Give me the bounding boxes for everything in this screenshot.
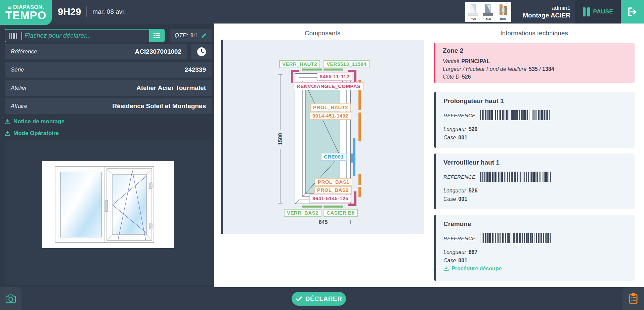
card-prolongateur-haut: Prolongateur haut 1 REFERENCE Longueur52… xyxy=(434,92,635,148)
component-label-ver5513: VER5513_11584 xyxy=(324,60,370,68)
user-block: admin1 Montage ACIER xyxy=(503,0,574,24)
card-row-longueur: Longueur526 xyxy=(443,186,627,195)
alu-profile-icon xyxy=(482,4,495,17)
zone-row-vantail: VantailPRINCIPAL xyxy=(443,57,627,65)
sidebar: Flashez pour déclarer... QTE: 1 /1 Référ… xyxy=(0,24,214,287)
card-row-case: Case001 xyxy=(443,195,627,203)
main-area: Composants Informations techniques 1500 … xyxy=(214,24,644,287)
component-label-verr-haut2: VERR_HAUT2 xyxy=(279,60,320,68)
field-affaire: Affaire Résidence Soleil et Montagnes xyxy=(5,98,212,114)
clipboard-button[interactable] xyxy=(622,287,644,310)
quantity-total: /1 xyxy=(194,32,198,39)
component-label-9014: 9014-451-1492 xyxy=(309,112,351,120)
app-logo: DIAPASON. TEMPO xyxy=(0,0,52,25)
list-icon xyxy=(153,32,161,39)
divider xyxy=(86,6,87,17)
dim-height: 1500 xyxy=(277,133,283,145)
prolongateur-bars xyxy=(358,80,361,197)
window-drawing xyxy=(42,161,174,248)
workstation-name: Montage ACIER xyxy=(523,11,570,19)
logout-button[interactable] xyxy=(621,0,644,24)
component-label-verr-bas2: VERR_BAS2 xyxy=(284,209,321,217)
card-row-case: Case001 xyxy=(443,133,627,142)
camera-button[interactable] xyxy=(0,287,22,310)
field-reference: Référence ACI2307001002 xyxy=(5,44,187,59)
barcode-icon xyxy=(9,33,18,39)
user-name: admin1 xyxy=(552,4,570,11)
list-button[interactable] xyxy=(149,29,165,42)
components-title: Composants xyxy=(221,30,424,37)
zone-title: Zone 2 xyxy=(443,47,627,54)
material-pvc: PVC xyxy=(466,4,480,20)
component-label-8641: 8641-5145-125 xyxy=(309,194,351,203)
component-label-renvoiangle: RENVOIANGLE_COMPAS xyxy=(294,82,363,90)
components-diagram-panel: 1500 645 xyxy=(221,40,424,234)
cremone-bar xyxy=(351,138,355,176)
component-label-prol-bas1: PROL_BAS1 xyxy=(315,178,352,186)
dim-width: 645 xyxy=(319,219,328,225)
field-atelier: Atelier Atelier Acier Tourmalet xyxy=(5,80,212,96)
quantity-current: 1 xyxy=(190,32,194,39)
reference-barcode xyxy=(480,110,551,120)
current-date: mar. 08 avr. xyxy=(92,8,126,15)
card-row-longueur: Longueur526 xyxy=(443,125,627,133)
component-label-prol-haut2: PROL_HAUT2 xyxy=(310,103,351,112)
card-cremone: Crémone REFERENCE Longueur887 Case001 Pr… xyxy=(434,215,635,281)
card-row-longueur: Longueur887 xyxy=(443,248,627,256)
pause-button[interactable]: PAUSE xyxy=(575,0,621,24)
scan-input[interactable]: Flashez pour déclarer... xyxy=(5,29,165,42)
camera-icon xyxy=(5,294,16,303)
link-procedure-decoupe[interactable]: Procédure découpe xyxy=(443,266,627,272)
link-notice-montage[interactable]: Notice de montage xyxy=(5,118,65,125)
quantity-box: QTE: 1 /1 xyxy=(170,29,212,42)
scan-placeholder: Flashez pour déclarer... xyxy=(25,32,150,39)
edit-pencil-icon[interactable] xyxy=(201,33,207,39)
download-icon xyxy=(443,266,449,271)
component-label-8455: 8455-11-112 xyxy=(317,73,352,81)
reference-barcode xyxy=(480,172,551,182)
current-time: 9H29 xyxy=(58,6,81,17)
component-label-prol-bas2: PROL_BAS2 xyxy=(314,186,352,194)
window-preview-image xyxy=(42,161,174,248)
clock-icon xyxy=(197,47,207,57)
clock-zone: 9H29 mar. 08 avr. xyxy=(58,0,126,24)
top-bar: 9H29 mar. 08 avr. PVC ALU xyxy=(0,0,644,24)
check-icon xyxy=(296,296,302,302)
text-cursor xyxy=(22,32,22,40)
zone-row-feuillure: Largeur / Hauteur Fond de feuillure535 /… xyxy=(443,65,627,73)
link-mode-operatoire[interactable]: Mode Opératoire xyxy=(5,130,59,137)
clipboard-icon xyxy=(628,293,638,304)
download-icon xyxy=(5,119,10,125)
declare-button[interactable]: DÉCLARER xyxy=(292,292,346,306)
material-alu: ALU xyxy=(481,4,495,20)
pvc-profile-icon xyxy=(467,4,480,17)
component-label-casier-b8: CASIER B8 xyxy=(324,209,358,217)
brand-tempo: TEMPO xyxy=(5,10,46,20)
zone-card: Zone 2 VantailPRINCIPAL Largeur / Hauteu… xyxy=(434,43,635,83)
card-verrouilleur-haut: Verrouilleur haut 1 REFERENCE Longueur52… xyxy=(434,153,635,209)
zone-row-cote-d: Côte D526 xyxy=(443,73,627,81)
pause-icon xyxy=(583,7,590,16)
logout-icon xyxy=(627,7,638,17)
window-technical-drawing: 1500 645 xyxy=(223,40,424,234)
product-preview-panel xyxy=(5,140,212,285)
field-serie: Série 242339 xyxy=(5,62,212,78)
download-icon xyxy=(5,131,10,136)
history-button[interactable] xyxy=(191,44,212,59)
component-label-cre001: CRE001 xyxy=(321,153,347,161)
footer-bar: DÉCLARER xyxy=(0,287,644,310)
reference-barcode xyxy=(480,233,551,243)
card-row-case: Case001 xyxy=(443,256,627,265)
info-title: Informations techniques xyxy=(434,30,635,37)
